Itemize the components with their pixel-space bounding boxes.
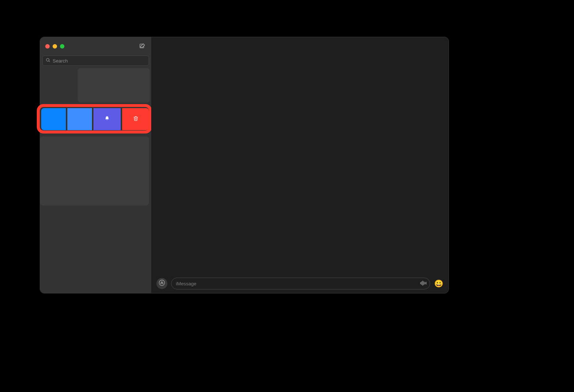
search-input[interactable]: Search (42, 56, 149, 66)
swipe-action-delete[interactable] (122, 108, 149, 130)
app-store-icon (159, 279, 165, 288)
bell-icon (104, 116, 110, 122)
sidebar: Search (40, 37, 151, 293)
message-input[interactable]: iMessage (171, 278, 430, 289)
swipe-action-mute[interactable] (93, 108, 121, 130)
emoji-icon: 😀 (434, 279, 443, 288)
swipe-actions-row (41, 108, 149, 130)
svg-line-2 (49, 61, 49, 61)
list-item[interactable] (78, 68, 150, 103)
close-button[interactable] (45, 44, 50, 49)
emoji-button[interactable]: 😀 (434, 279, 443, 288)
compose-icon (139, 43, 146, 51)
trash-icon (133, 116, 138, 122)
svg-point-3 (159, 280, 165, 286)
message-placeholder: iMessage (176, 281, 196, 286)
sidebar-toolbar (40, 37, 151, 56)
fullscreen-button[interactable] (60, 44, 64, 49)
window-controls (45, 44, 64, 49)
swipe-action-pin[interactable] (67, 108, 92, 130)
list-item[interactable] (40, 136, 149, 206)
apps-button[interactable] (156, 278, 167, 289)
minimize-button[interactable] (53, 44, 57, 49)
compose-button[interactable] (139, 43, 146, 50)
message-input-bar: iMessage 😀 (156, 278, 443, 289)
search-wrap: Search (42, 56, 149, 66)
messages-window: Search (40, 37, 449, 293)
swipe-action-hide[interactable] (41, 108, 66, 130)
conversation-list (40, 68, 151, 293)
search-icon (46, 58, 50, 64)
search-placeholder: Search (53, 58, 146, 64)
conversation-pane: iMessage 😀 (151, 37, 449, 293)
dictation-button[interactable] (419, 279, 428, 288)
waveform-icon (420, 281, 427, 287)
